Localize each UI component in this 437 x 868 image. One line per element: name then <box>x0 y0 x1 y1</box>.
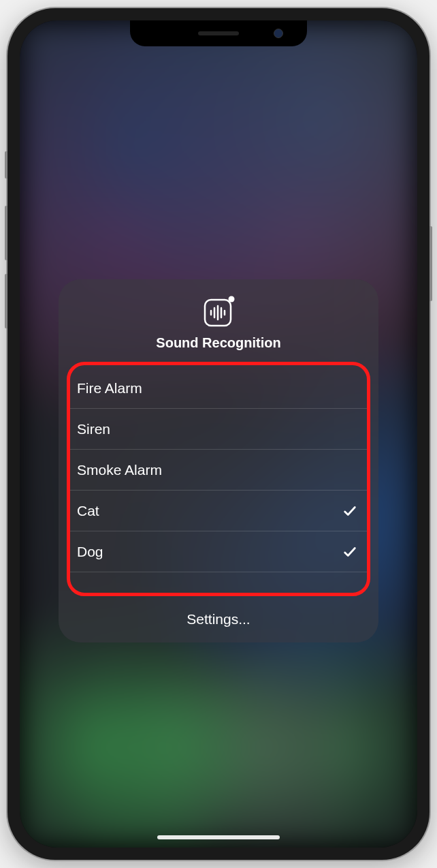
list-item-label: Fire Alarm <box>77 380 142 397</box>
checkmark-icon <box>342 503 357 518</box>
checkmark-icon <box>342 544 357 559</box>
list-item-cat[interactable]: Cat <box>70 491 367 531</box>
sound-list: Fire Alarm Siren Smoke Alarm Cat Dog <box>59 362 378 596</box>
settings-button[interactable]: Settings... <box>59 596 378 642</box>
panel-title: Sound Recognition <box>156 335 280 351</box>
front-camera <box>274 29 283 38</box>
sound-recognition-icon <box>202 296 235 328</box>
silent-switch <box>5 151 7 179</box>
home-indicator[interactable] <box>157 835 280 839</box>
device-frame: Sound Recognition Fire Alarm Siren Smoke… <box>7 8 430 860</box>
screen: Sound Recognition Fire Alarm Siren Smoke… <box>20 20 417 848</box>
sound-recognition-panel: Sound Recognition Fire Alarm Siren Smoke… <box>59 279 378 642</box>
settings-label: Settings... <box>187 611 250 627</box>
list-item-smoke-alarm[interactable]: Smoke Alarm <box>70 450 367 491</box>
list-item-label: Cat <box>77 503 99 519</box>
list-item-fire-alarm[interactable]: Fire Alarm <box>70 368 367 409</box>
list-item-dog[interactable]: Dog <box>70 531 367 572</box>
volume-down-button <box>5 274 7 328</box>
list-item-label: Siren <box>77 421 110 437</box>
panel-header: Sound Recognition <box>59 279 378 362</box>
volume-up-button <box>5 206 7 260</box>
list-item-label: Dog <box>77 544 103 560</box>
power-button <box>430 226 432 301</box>
svg-point-1 <box>229 296 235 303</box>
highlight-annotation: Fire Alarm Siren Smoke Alarm Cat Dog <box>67 362 370 596</box>
speaker <box>198 31 239 35</box>
list-item-label: Smoke Alarm <box>77 462 162 478</box>
notch <box>130 20 307 46</box>
list-item-siren[interactable]: Siren <box>70 409 367 450</box>
